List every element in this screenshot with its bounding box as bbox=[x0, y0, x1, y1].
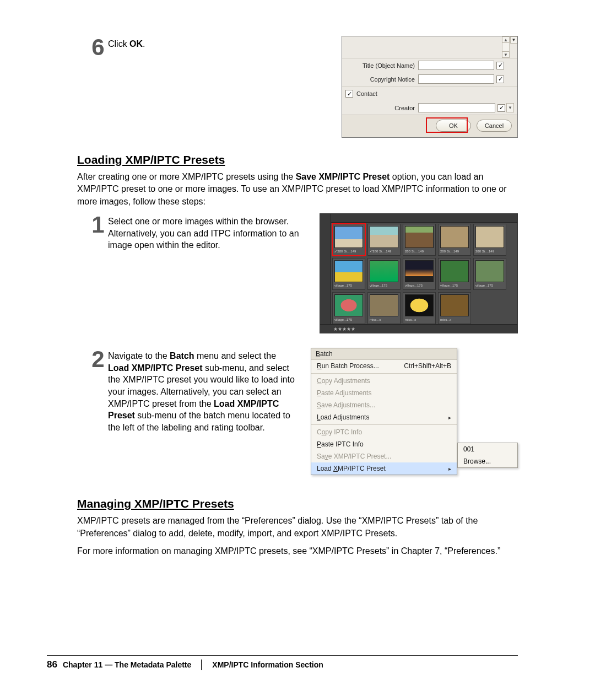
managing-p1: XMP/IPTC presets are managed from the “P… bbox=[77, 515, 518, 540]
step-6: 6 Click OK. bbox=[88, 36, 328, 59]
scroll-down-icon[interactable]: ▼ bbox=[506, 103, 514, 112]
footer-chapter: Chapter 11 — The Metadata Palette bbox=[63, 660, 191, 669]
thumbnail[interactable]: misc...x bbox=[403, 292, 436, 324]
menu-item: Copy IPTC Info bbox=[311, 426, 457, 438]
menu-item: Paste Adjustments bbox=[311, 387, 457, 399]
thumbnail[interactable]: x*280 St....149 bbox=[332, 224, 365, 256]
dialog-preview: ▲ ▼ ▼ Title (Object Name) ✓ Copyright No… bbox=[342, 36, 518, 138]
menu-item[interactable]: Run Batch Process...Ctrl+Shift+Alt+B bbox=[311, 360, 457, 372]
thumbnail[interactable]: 280 St....149 bbox=[438, 224, 471, 256]
rating-stars: ★★★★★ bbox=[333, 326, 355, 332]
heading-loading: Loading XMP/IPTC Presets bbox=[77, 153, 518, 166]
thumbnail[interactable]: village...175 bbox=[403, 258, 436, 290]
thumbnail[interactable]: village...175 bbox=[332, 292, 365, 324]
thumbnail[interactable]: village...175 bbox=[332, 258, 365, 290]
menu-item: Copy Adjustments bbox=[311, 375, 457, 387]
thumbnail[interactable]: x*280 St....149 bbox=[367, 224, 401, 256]
submenu-item[interactable]: 001 bbox=[458, 443, 517, 455]
creator-input[interactable] bbox=[418, 103, 495, 112]
thumbnail[interactable]: misc...x bbox=[438, 292, 471, 324]
step-1: 1 Select one or more images within the b… bbox=[88, 213, 306, 251]
title-checkbox[interactable]: ✓ bbox=[496, 62, 504, 69]
field-label-creator: Creator bbox=[342, 105, 418, 111]
menu-title[interactable]: Batch bbox=[311, 348, 457, 360]
cancel-button[interactable]: Cancel bbox=[477, 120, 512, 132]
menu-item[interactable]: Paste IPTC Info bbox=[311, 438, 457, 450]
ok-button[interactable]: OK bbox=[436, 120, 471, 132]
menu-item[interactable]: Load Adjustments▸ bbox=[311, 411, 457, 423]
loading-paragraph: After creating one or more XMP/IPTC pres… bbox=[77, 171, 518, 208]
scroll-up-icon[interactable]: ▲ bbox=[502, 36, 510, 43]
heading-managing: Managing XMP/IPTC Presets bbox=[77, 497, 518, 510]
thumbnail[interactable]: misc...x bbox=[367, 292, 401, 324]
contact-checkbox[interactable]: ✓ bbox=[345, 90, 353, 98]
menu-item[interactable]: Load XMP/IPTC Preset▸ bbox=[311, 462, 457, 475]
step-text: Click OK. bbox=[108, 36, 145, 50]
step-number: 2 bbox=[88, 348, 108, 371]
step-number: 1 bbox=[88, 213, 108, 236]
step-text: Navigate to the Batch menu and select th… bbox=[108, 348, 298, 433]
menu-item: Save Adjustments... bbox=[311, 399, 457, 411]
thumbnail[interactable]: village...175 bbox=[367, 258, 401, 290]
contact-section-label: Contact bbox=[356, 90, 377, 97]
copyright-checkbox[interactable]: ✓ bbox=[496, 76, 504, 83]
scroll-down-icon[interactable]: ▼ bbox=[502, 51, 510, 58]
menu-preview: Batch Run Batch Process...Ctrl+Shift+Alt… bbox=[311, 348, 518, 475]
thumbnail[interactable]: village...175 bbox=[438, 258, 471, 290]
chevron-right-icon: ▸ bbox=[448, 466, 451, 472]
page-number: 86 bbox=[47, 659, 57, 670]
copyright-input[interactable] bbox=[418, 74, 494, 84]
field-label-title: Title (Object Name) bbox=[342, 62, 418, 69]
step-number: 6 bbox=[88, 36, 108, 59]
managing-p2: For more information on managing XMP/IPT… bbox=[77, 545, 518, 557]
page-footer: 86 Chapter 11 — The Metadata Palette │ X… bbox=[47, 659, 323, 670]
step-2: 2 Navigate to the Batch menu and select … bbox=[88, 348, 298, 433]
thumbnail[interactable]: village...175 bbox=[473, 258, 506, 290]
footer-section: XMP/IPTC Information Section bbox=[212, 660, 323, 669]
thumbnail[interactable]: 280 St....149 bbox=[473, 224, 506, 256]
browser-preview: x*280 St....149x*280 St....149280 St....… bbox=[320, 213, 518, 333]
dropdown-icon[interactable]: ▼ bbox=[510, 36, 517, 44]
chevron-right-icon: ▸ bbox=[448, 414, 451, 421]
footer-rule bbox=[47, 655, 518, 656]
menu-item: Save XMP/IPTC Preset... bbox=[311, 450, 457, 462]
submenu-item[interactable]: Browse... bbox=[458, 455, 517, 467]
step-text: Select one or more images within the bro… bbox=[108, 213, 306, 251]
thumbnail[interactable]: 280 St....149 bbox=[403, 224, 436, 256]
creator-checkbox[interactable]: ✓ bbox=[497, 104, 505, 112]
title-input[interactable] bbox=[418, 61, 494, 70]
field-label-copyright: Copyright Notice bbox=[342, 76, 418, 83]
